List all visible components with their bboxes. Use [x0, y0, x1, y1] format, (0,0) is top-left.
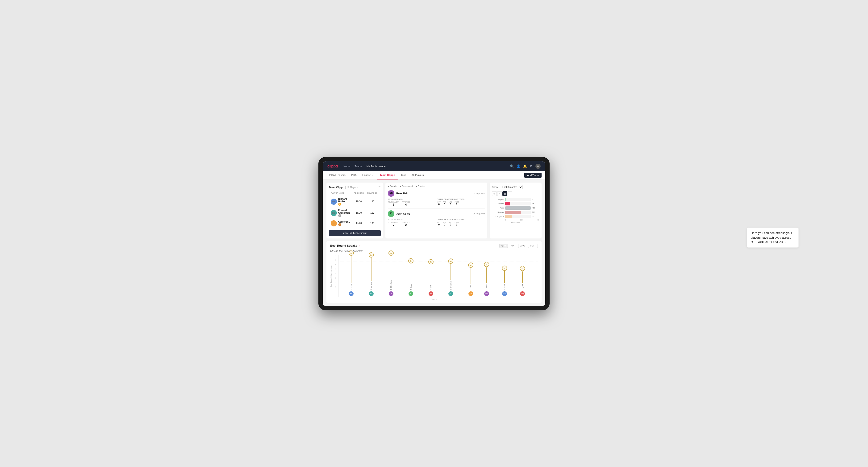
y-label-3: 3 — [335, 273, 336, 274]
stat-avatar-2: JC — [388, 210, 394, 217]
y-label-2: 2 — [335, 277, 336, 279]
total-rounds-label-1: Total Rounds — [388, 198, 435, 200]
nav-home[interactable]: Home — [343, 165, 350, 168]
settings-icon[interactable]: ⚙ — [530, 164, 533, 168]
tab-app[interactable]: APP — [509, 244, 517, 248]
rank-icon-3: 3 — [338, 223, 341, 226]
player-score-2: 18/20 — [352, 212, 366, 214]
stat-card-header-2: JC Josh Coles 26 Aug 2023 — [388, 210, 485, 217]
list-view-toggle[interactable]: ≡ — [497, 191, 502, 196]
putt-value-2: 1 — [456, 223, 457, 226]
player-avg-2: 107 — [366, 212, 379, 214]
axis-200: 200 — [520, 219, 523, 221]
bar-container-dbogeys — [505, 215, 531, 218]
x-axis-label: Players — [330, 298, 538, 300]
streaks-header: Best Round Streaks ← OTT APP ARG PUTT — [330, 244, 538, 248]
line-miller — [486, 268, 487, 283]
search-icon[interactable]: 🔍 — [510, 164, 514, 168]
tournament-label-1: Tournament — [388, 201, 399, 203]
arg-value-2: 0 — [450, 223, 451, 226]
bell-icon[interactable]: 🔔 — [523, 164, 527, 168]
y-label-6: 6 — [335, 259, 336, 261]
edit-icon[interactable]: ✏ — [379, 185, 381, 188]
player-avatar-2: EC — [331, 210, 337, 216]
sub-nav-hcaps[interactable]: Hcaps 1-5 — [360, 171, 377, 180]
arg-label-2: ARG — [448, 221, 452, 223]
streak-col-miller: 4x M. Miller MM — [484, 262, 489, 296]
putt-label-2: PUTT — [455, 221, 459, 223]
tab-arg[interactable]: ARG — [518, 244, 527, 248]
y-label-5: 5 — [335, 264, 336, 266]
metric-tabs: OTT APP ARG PUTT — [499, 244, 538, 248]
name-britt: R. Britt — [430, 285, 432, 290]
player-name-rank-1: Richard Butler 1 — [338, 198, 352, 206]
sub-nav-team-clippd[interactable]: Team Clippd — [377, 171, 398, 180]
tablet-screen: clippd Home Teams My Performance 🔍 👤 🔔 ⚙… — [323, 161, 545, 306]
nav-teams[interactable]: Teams — [354, 165, 362, 168]
practice-activities-label-2: Total Practice Activities — [437, 218, 485, 220]
name-mcharg: B. McHarg — [370, 282, 372, 290]
tab-putt[interactable]: PUTT — [528, 244, 538, 248]
practice-label-1: Practice — [402, 201, 410, 203]
table-view-toggle[interactable]: ↕ — [507, 191, 512, 196]
tab-ott[interactable]: OTT — [499, 244, 508, 248]
user-avatar[interactable]: U — [535, 164, 540, 169]
chart-panel: Show Last 3 months ⊞ ≡ ▦ ↕ E — [490, 183, 541, 239]
player-row-1[interactable]: RB Richard Butler 1 19/20 110 — [329, 196, 381, 207]
rank-badge-3: 3 — [338, 223, 350, 226]
player-row-3[interactable]: C Cameron... 3 17/20 103 — [329, 219, 381, 228]
sub-nav-all-players[interactable]: All Players — [409, 171, 427, 180]
player-info-3: C Cameron... 3 — [331, 220, 352, 226]
bar-chart: Eagles 3 Birdies 96 — [492, 198, 539, 218]
player-name-rank-3: Cameron... 3 — [338, 220, 350, 226]
streak-col-butler: 3x R. Butler RB — [502, 266, 507, 296]
app-value-2: 0 — [444, 223, 445, 226]
view-leaderboard-button[interactable]: View Full Leaderboard — [329, 230, 381, 236]
period-select[interactable]: Last 3 months — [500, 185, 523, 189]
line-britt — [431, 265, 431, 284]
bar-x-axis: 0 200 400 — [492, 219, 539, 221]
bubble-butler: 3x — [502, 266, 507, 271]
bar-container-eagles — [505, 198, 531, 201]
view-toggles: ⊞ ≡ ▦ ↕ — [492, 191, 512, 196]
app-label-2: APP — [443, 221, 446, 223]
name-miller: M. Miller — [486, 284, 488, 290]
nav-my-performance[interactable]: My Performance — [367, 165, 385, 168]
team-name: Team Clippd — [329, 186, 344, 189]
bubble-ford: 4x — [468, 262, 473, 268]
bubble-ebert: 7x — [349, 250, 354, 256]
top-section: Team Clippd | 14 Players ✏ PLAYER NAME P… — [327, 183, 541, 239]
name-quick: C. Quick — [522, 284, 523, 290]
stat-card-header-1: RB Rees Britt 02 Sep 2023 — [388, 190, 485, 197]
axis-400: 400 — [536, 219, 539, 221]
bar-value-eagles: 3 — [532, 198, 539, 200]
bubble-quick: 3x — [520, 266, 525, 271]
sub-nav-pga[interactable]: PGA — [348, 171, 360, 180]
rank-icon-1: 1 — [338, 203, 341, 206]
player-name-2: Edward Crossman — [338, 209, 352, 214]
player-name-1: Richard Butler — [338, 198, 352, 203]
practice-stat-2: Practice 2 — [402, 221, 410, 227]
sub-nav-pgat[interactable]: PGAT Players — [327, 171, 348, 180]
streak-col-ebert: 7x E. Ebert EE — [349, 250, 354, 296]
bar-view-toggle[interactable]: ▦ — [502, 191, 507, 196]
y-label-1: 1 — [335, 282, 336, 283]
name-ford: D. Ford — [470, 285, 471, 290]
people-icon[interactable]: 👤 — [517, 164, 520, 168]
player-name-rank-2: Edward Crossman 2 — [338, 209, 352, 217]
bar-label-pars: Pars — [492, 207, 504, 209]
grid-view-toggle[interactable]: ⊞ — [492, 191, 497, 196]
stat-date-2: 26 Aug 2023 — [473, 213, 485, 215]
bubble-billingham: 6x — [389, 250, 394, 256]
player-score-1: 19/20 — [352, 200, 366, 203]
nav-links: Home Teams My Performance — [343, 165, 504, 168]
rank-icon-2: 2 — [338, 214, 341, 217]
player-row-2[interactable]: EC Edward Crossman 2 18/20 107 — [329, 208, 381, 218]
y-labels: 7 6 5 4 3 2 1 0 — [335, 255, 337, 288]
bar-fill-dbogeys — [505, 215, 512, 218]
add-team-button[interactable]: Add Team — [524, 173, 541, 178]
bubble-mcharg: 6x — [369, 252, 374, 257]
leaderboard-panel: Team Clippd | 14 Players ✏ PLAYER NAME P… — [327, 183, 383, 239]
sub-nav-tour[interactable]: Tour — [398, 171, 408, 180]
practice-stat-1: Practice 4 — [402, 201, 410, 206]
